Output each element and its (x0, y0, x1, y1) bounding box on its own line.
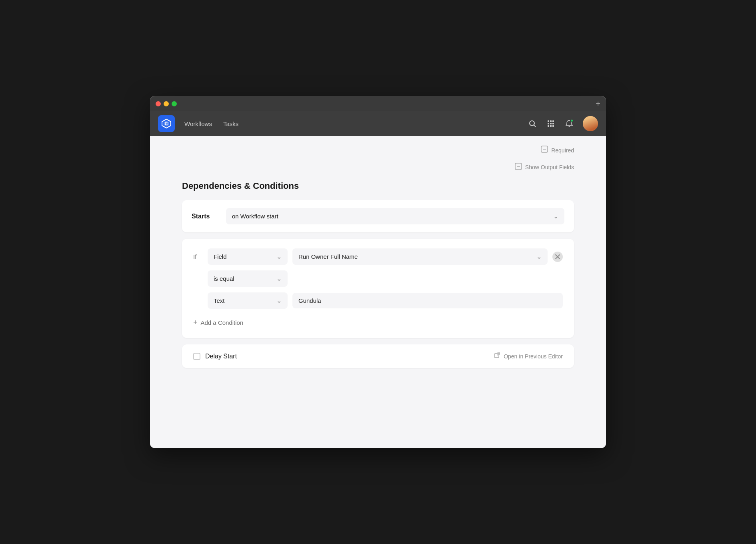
minimize-button[interactable] (164, 101, 169, 106)
maximize-button[interactable] (172, 101, 177, 106)
operator-value: is equal (214, 275, 273, 282)
delay-row: Delay Start (193, 353, 237, 360)
type-value: Text (214, 297, 273, 304)
close-button[interactable] (156, 101, 161, 106)
type-chevron-icon: ⌄ (276, 297, 282, 304)
starts-select-value: on Workflow start (232, 213, 278, 220)
grid-icon[interactable] (546, 119, 556, 128)
open-in-previous-editor-button[interactable]: Open in Previous Editor (494, 352, 563, 360)
delay-start-label: Delay Start (205, 353, 237, 360)
avatar[interactable] (583, 116, 598, 131)
starts-select-dropdown[interactable]: on Workflow start ⌄ (226, 208, 564, 224)
open-in-editor-label: Open in Previous Editor (504, 353, 563, 360)
add-condition-plus-icon: + (193, 318, 198, 327)
top-section: Required (150, 136, 606, 160)
field-chevron-icon: ⌄ (276, 253, 282, 260)
required-badge: Required (541, 146, 574, 155)
svg-line-4 (534, 125, 536, 127)
notification-icon[interactable] (564, 119, 574, 128)
nav-actions (528, 116, 598, 131)
starts-chevron-icon: ⌄ (553, 212, 558, 220)
content: Required Show Output Fields Dependencies… (150, 136, 606, 448)
operator-chevron-icon: ⌄ (276, 275, 282, 282)
open-in-editor-icon (494, 352, 500, 360)
delay-start-card: Delay Start Open in Previous Editor (182, 344, 574, 368)
nav-links: Workflows Tasks (184, 120, 528, 127)
nav-tasks[interactable]: Tasks (223, 120, 238, 127)
starts-label: Starts (192, 213, 220, 220)
app-window: + C Workflows Tasks (150, 96, 606, 448)
operator-dropdown[interactable]: is equal ⌄ (208, 270, 288, 287)
required-icon (541, 146, 548, 155)
required-label: Required (551, 147, 574, 154)
starts-card: Starts on Workflow start ⌄ (182, 200, 574, 232)
section-title: Dependencies & Conditions (182, 181, 574, 191)
show-output-icon (515, 163, 522, 171)
search-icon[interactable] (528, 119, 537, 128)
app-logo[interactable]: C (158, 115, 175, 132)
condition-text-input[interactable]: Gundula (292, 293, 563, 308)
field-value: Field (214, 253, 273, 260)
condition-value-row: Text ⌄ Gundula (193, 292, 563, 309)
nav-workflows[interactable]: Workflows (184, 120, 212, 127)
notification-dot (570, 119, 574, 122)
show-output-label: Show Output Fields (525, 164, 574, 170)
svg-line-13 (497, 353, 500, 355)
svg-point-5 (569, 126, 570, 127)
conditions-card: If Field ⌄ Run Owner Full Name ⌄ (182, 239, 574, 338)
show-output-row: Show Output Fields (150, 160, 606, 181)
run-owner-dropdown[interactable]: Run Owner Full Name ⌄ (292, 248, 548, 265)
new-tab-button[interactable]: + (596, 99, 600, 108)
field-dropdown[interactable]: Field ⌄ (208, 248, 288, 265)
add-condition-label: Add a Condition (201, 319, 244, 326)
delay-start-checkbox[interactable] (193, 353, 200, 360)
condition-operator-row: is equal ⌄ (193, 270, 563, 287)
svg-text:C: C (165, 122, 168, 126)
nav-bar: C Workflows Tasks (150, 111, 606, 136)
condition-if-row: If Field ⌄ Run Owner Full Name ⌄ (193, 248, 563, 265)
main-content: Dependencies & Conditions Starts on Work… (150, 181, 606, 390)
if-label: If (193, 253, 203, 260)
condition-text-value: Gundula (298, 297, 321, 304)
starts-row: Starts on Workflow start ⌄ (192, 208, 564, 224)
run-owner-value: Run Owner Full Name (298, 253, 533, 260)
add-condition-button[interactable]: + Add a Condition (193, 317, 563, 328)
remove-condition-button[interactable] (552, 252, 563, 262)
traffic-lights (156, 101, 177, 106)
run-owner-chevron-icon: ⌄ (536, 253, 542, 260)
type-dropdown[interactable]: Text ⌄ (208, 292, 288, 309)
show-output-button[interactable]: Show Output Fields (515, 163, 574, 171)
title-bar: + (150, 96, 606, 111)
